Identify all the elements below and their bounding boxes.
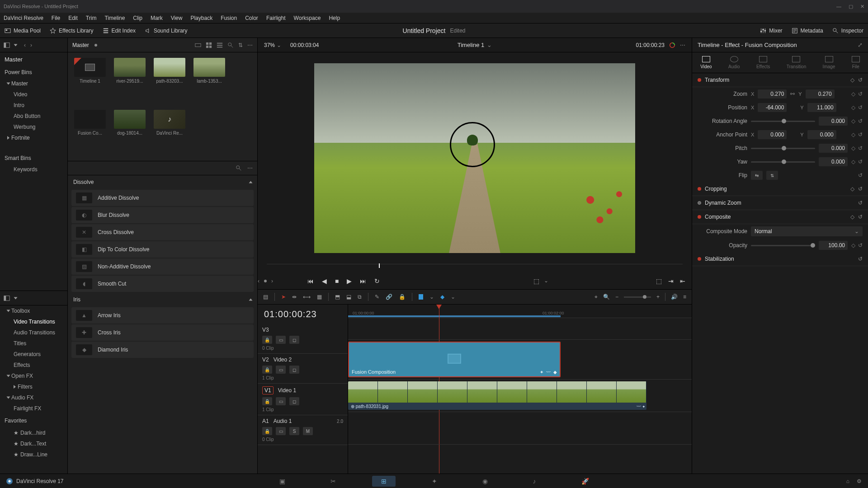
- menu-timeline[interactable]: Timeline: [104, 15, 125, 21]
- onscreen-control-circle[interactable]: [450, 122, 495, 167]
- more-icon[interactable]: ⋯: [247, 42, 253, 48]
- fx-category-iris[interactable]: Iris: [68, 293, 257, 306]
- reset-icon[interactable]: ↺: [858, 242, 863, 249]
- panel-layout-icon[interactable]: [4, 295, 10, 301]
- flip-h-button[interactable]: ⇆: [751, 171, 763, 180]
- tab-image[interactable]: Image: [823, 56, 835, 69]
- track-enable-button[interactable]: ▭: [276, 397, 286, 405]
- section-transform[interactable]: Transform◇↺: [692, 73, 868, 87]
- effects-library-toggle[interactable]: Effects Library: [50, 28, 93, 34]
- bypass-icon[interactable]: ⬚: [533, 277, 539, 285]
- minimize-button[interactable]: —: [836, 4, 841, 9]
- page-fusion[interactable]: ✦: [423, 476, 446, 487]
- track-enable-button[interactable]: ▭: [276, 336, 286, 344]
- page-edit[interactable]: ⊞: [372, 476, 396, 487]
- track-auto-button[interactable]: ◻: [289, 366, 299, 374]
- timeline-name[interactable]: Timeline 1: [458, 42, 484, 48]
- more-icon[interactable]: ⋯: [247, 165, 253, 171]
- pitch-input[interactable]: 0.000: [819, 144, 848, 153]
- menu-fusion[interactable]: Fusion: [221, 15, 237, 21]
- timeline-options-icon[interactable]: ≡: [683, 294, 686, 300]
- track-lock-button[interactable]: 🔒: [262, 366, 272, 374]
- marker-icon[interactable]: ◆: [440, 294, 444, 300]
- clip-fusion[interactable]: Fusion Co...: [73, 110, 107, 155]
- fx-diamond-iris[interactable]: ◆Diamond Iris: [71, 342, 254, 358]
- clip-dog[interactable]: dog-18014...: [113, 110, 146, 155]
- timeline-view-options-icon[interactable]: ▤: [263, 294, 268, 300]
- lane-v2[interactable]: Fusion Composition ✦〰◆: [348, 340, 692, 380]
- scrub-playhead[interactable]: [379, 263, 380, 268]
- media-pool-toggle[interactable]: Media Pool: [5, 28, 41, 34]
- zoom-slider[interactable]: [624, 296, 651, 298]
- reset-icon[interactable]: ↺: [858, 186, 863, 192]
- view-strip-icon[interactable]: [195, 42, 201, 48]
- overwrite-icon[interactable]: ⬓: [346, 294, 351, 300]
- page-media[interactable]: ▣: [270, 476, 294, 487]
- track-lock-button[interactable]: 🔒: [262, 427, 272, 435]
- snap-icon[interactable]: ⌖: [594, 294, 598, 300]
- bin-master[interactable]: Master: [0, 52, 67, 66]
- fx-cross-dissolve[interactable]: ✕Cross Dissolve: [71, 224, 254, 240]
- reset-icon[interactable]: ↺: [858, 256, 863, 262]
- next-marker[interactable]: ›: [271, 278, 273, 284]
- fx-openfx[interactable]: Open FX: [0, 371, 67, 381]
- position-y-input[interactable]: 11.000: [807, 103, 836, 112]
- reset-icon[interactable]: ↺: [858, 159, 863, 165]
- keyframe-icon[interactable]: ◇: [851, 131, 855, 138]
- fx-category-dissolve[interactable]: Dissolve: [68, 175, 257, 189]
- reset-icon[interactable]: ↺: [858, 200, 863, 206]
- track-lock-button[interactable]: 🔒: [262, 397, 272, 405]
- track-auto-button[interactable]: ◻: [289, 397, 299, 405]
- fx-fav-0[interactable]: ★ Dark...hird: [0, 427, 67, 438]
- clip-lamb[interactable]: lamb-1353...: [193, 58, 226, 103]
- insert-icon[interactable]: ⬒: [335, 294, 340, 300]
- bin-intro[interactable]: Intro: [0, 100, 67, 111]
- dynamic-trim-icon[interactable]: ⟷: [303, 294, 311, 300]
- match-frame-icon[interactable]: ⬚: [656, 277, 662, 285]
- clip-timeline1[interactable]: Timeline 1: [73, 58, 107, 103]
- keyframe-icon[interactable]: ◇: [851, 145, 855, 151]
- page-cut[interactable]: ✂: [321, 476, 345, 487]
- fx-generators[interactable]: Generators: [0, 349, 67, 360]
- track-enable-button[interactable]: ▭: [276, 366, 286, 374]
- clip-river[interactable]: river-29519...: [113, 58, 146, 103]
- bin-video[interactable]: Video: [0, 89, 67, 100]
- chevron-down-icon[interactable]: [14, 44, 18, 46]
- zoom-icon[interactable]: 🔍: [603, 294, 610, 300]
- go-start-button[interactable]: ⏮: [307, 277, 314, 285]
- fx-filters[interactable]: Filters: [0, 381, 67, 392]
- keyframe-icon[interactable]: ◇: [851, 159, 855, 165]
- zoom-percent[interactable]: 37%: [264, 42, 275, 48]
- selection-tool-icon[interactable]: ➤: [281, 294, 286, 300]
- tab-audio[interactable]: Audio: [728, 56, 740, 69]
- menu-trim[interactable]: Trim: [86, 15, 97, 21]
- fx-blur-dissolve[interactable]: ◐Blur Dissolve: [71, 207, 254, 223]
- tab-effects[interactable]: Effects: [756, 56, 770, 69]
- bin-keywords[interactable]: Keywords: [0, 164, 67, 175]
- menu-mark[interactable]: Mark: [151, 15, 163, 21]
- keyframe-icon[interactable]: ◇: [850, 77, 854, 83]
- keyframe-icon[interactable]: ◇: [851, 242, 855, 249]
- razor-icon[interactable]: ✎: [375, 294, 379, 300]
- reset-icon[interactable]: ↺: [858, 104, 863, 111]
- bin-abo-button[interactable]: Abo Button: [0, 111, 67, 122]
- prev-marker[interactable]: ‹: [258, 278, 259, 284]
- settings-icon[interactable]: ⚙: [857, 478, 862, 484]
- page-fairlight[interactable]: ♪: [524, 476, 545, 487]
- menu-fairlight[interactable]: Fairlight: [266, 15, 286, 21]
- composite-mode-select[interactable]: Normal⌄: [751, 226, 863, 236]
- in-out-range[interactable]: [348, 315, 561, 317]
- step-back-button[interactable]: ◀: [322, 277, 327, 285]
- menu-view[interactable]: View: [171, 15, 183, 21]
- clip-path[interactable]: path-83203...: [153, 58, 186, 103]
- fx-fairlight[interactable]: Fairlight FX: [0, 403, 67, 414]
- chevron-down-icon[interactable]: ⌄: [277, 42, 281, 48]
- timeline-ruler[interactable]: 01:00:00:00 01:00:02:00: [348, 305, 692, 318]
- anchor-x-input[interactable]: 0.000: [758, 130, 787, 139]
- search-icon[interactable]: [227, 42, 234, 48]
- timeline-tracks[interactable]: 01:00:00:00 01:00:02:00 Fusion Compositi…: [348, 305, 692, 474]
- metadata-toggle[interactable]: Metadata: [792, 28, 823, 34]
- fx-audio-transitions[interactable]: Audio Transitions: [0, 327, 67, 338]
- reset-icon[interactable]: ↺: [858, 131, 863, 138]
- viewer[interactable]: [258, 52, 692, 264]
